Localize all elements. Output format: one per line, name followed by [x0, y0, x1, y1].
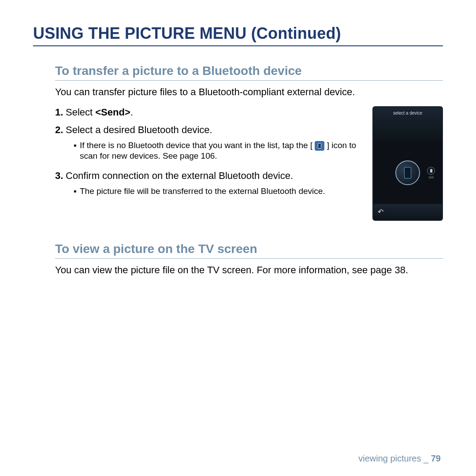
phone-icon [404, 167, 411, 178]
manual-page: USING THE PICTURE MENU (Continued) To tr… [0, 0, 476, 476]
section2-intro: You can view the picture file on the TV … [55, 264, 443, 276]
step1-post: . [130, 107, 133, 118]
device-footer: ↶ [373, 204, 442, 220]
step3-sub-body: The picture file will be transferred to … [80, 186, 325, 197]
footer-sep: _ [421, 454, 431, 463]
square-bullet-icon: ▪ [74, 140, 80, 162]
section-heading-transfer: To transfer a picture to a Bluetooth dev… [55, 64, 443, 81]
step-1: 1. Select <Send>. [55, 106, 364, 119]
step3-text: Confirm connection on the external Bluet… [66, 170, 293, 181]
step3-subitem: ▪ The picture file will be transferred t… [74, 186, 364, 197]
step3-sublist: ▪ The picture file will be transferred t… [66, 186, 364, 197]
step2-sub-body: If there is no Bluetooth device that you… [80, 140, 364, 162]
square-bullet-icon: ▪ [74, 186, 80, 197]
step-number: 3. [55, 170, 66, 199]
device-mid: 348 [373, 142, 442, 204]
small-phone-icon [430, 169, 432, 173]
step2-sublist: ▪ If there is no Bluetooth device that y… [66, 140, 364, 162]
device-header: select a device [373, 107, 442, 142]
section-heading-tv: To view a picture on the TV screen [55, 242, 443, 259]
device-screenshot: select a device 348 ↶ [372, 106, 443, 221]
step-number: 1. [55, 106, 66, 119]
device-large-icon [395, 160, 420, 185]
device-small-group: 348 [427, 167, 435, 179]
phone-scan-icon [315, 141, 324, 151]
steps-list: 1. Select <Send>. 2. Select a desired Bl… [55, 106, 364, 205]
step-2: 2. Select a desired Bluetooth device. ▪ … [55, 124, 364, 164]
step2-text: Select a desired Bluetooth device. [66, 124, 212, 135]
footer-page-number: 79 [431, 454, 441, 463]
step-body: Select a desired Bluetooth device. ▪ If … [66, 124, 364, 164]
step-3: 3. Confirm connection on the external Bl… [55, 170, 364, 199]
content: To transfer a picture to a Bluetooth dev… [33, 64, 443, 276]
step1-pre: Select [66, 107, 95, 118]
device-small-icon [427, 167, 435, 175]
page-title: USING THE PICTURE MENU (Continued) [33, 24, 443, 46]
footer-section: viewing pictures [358, 454, 421, 463]
step-body: Confirm connection on the external Bluet… [66, 170, 364, 199]
step-number: 2. [55, 124, 66, 164]
step2-sub-pre: If there is no Bluetooth device that you… [80, 141, 315, 150]
section1-intro: You can transfer picture files to a Blue… [55, 86, 443, 98]
page-footer: viewing pictures _ 79 [358, 454, 441, 464]
section1-row: 1. Select <Send>. 2. Select a desired Bl… [55, 106, 443, 221]
step1-bold: <Send> [95, 107, 130, 118]
phone-icon-inner [318, 143, 321, 149]
device-small-label: 348 [428, 176, 434, 179]
step2-subitem: ▪ If there is no Bluetooth device that y… [74, 140, 364, 162]
back-arrow-icon: ↶ [378, 208, 383, 216]
step-body: Select <Send>. [66, 106, 364, 119]
